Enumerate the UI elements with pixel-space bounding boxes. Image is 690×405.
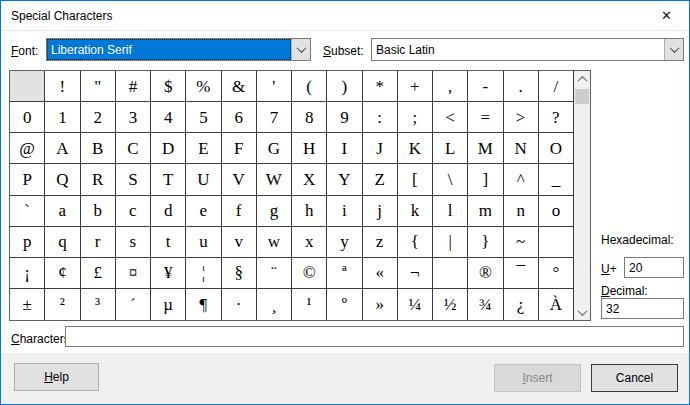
char-cell[interactable]: F: [222, 133, 257, 164]
char-cell[interactable]: .: [504, 71, 539, 102]
char-cell[interactable]: D: [151, 133, 186, 164]
char-cell[interactable]: [10, 71, 45, 102]
char-cell[interactable]: 3: [116, 102, 151, 133]
char-cell[interactable]: >: [504, 102, 539, 133]
char-cell[interactable]: H: [292, 133, 327, 164]
char-cell[interactable]: C: [116, 133, 151, 164]
char-cell[interactable]: O: [539, 133, 574, 164]
cancel-button[interactable]: Cancel: [591, 364, 678, 392]
char-cell[interactable]: j: [363, 196, 398, 227]
char-cell[interactable]: t: [151, 227, 186, 258]
char-cell[interactable]: `: [10, 196, 45, 227]
close-button[interactable]: ✕: [644, 1, 689, 30]
char-cell[interactable]: w: [257, 227, 292, 258]
char-cell[interactable]: @: [10, 133, 45, 164]
char-cell[interactable]: P: [10, 164, 45, 195]
char-cell[interactable]: °: [539, 258, 574, 289]
font-combobox[interactable]: Liberation Serif: [46, 38, 311, 61]
char-cell[interactable]: ): [327, 71, 362, 102]
char-cell[interactable]: A: [45, 133, 80, 164]
char-cell[interactable]: ¾: [468, 289, 503, 320]
char-cell[interactable]: ;: [398, 102, 433, 133]
char-cell[interactable]: ´: [116, 289, 151, 320]
char-cell[interactable]: 4: [151, 102, 186, 133]
char-cell[interactable]: x: [292, 227, 327, 258]
char-cell[interactable]: 9: [327, 102, 362, 133]
char-cell[interactable]: 5: [186, 102, 221, 133]
char-cell[interactable]: À: [539, 289, 574, 320]
char-cell[interactable]: =: [468, 102, 503, 133]
char-cell[interactable]: ?: [539, 102, 574, 133]
characters-input[interactable]: [65, 326, 684, 347]
char-cell[interactable]: ©: [292, 258, 327, 289]
char-cell[interactable]: r: [81, 227, 116, 258]
char-cell[interactable]: ¶: [186, 289, 221, 320]
char-cell[interactable]: p: [10, 227, 45, 258]
char-cell[interactable]: £: [81, 258, 116, 289]
char-cell[interactable]: ¦: [186, 258, 221, 289]
char-cell[interactable]: i: [327, 196, 362, 227]
char-cell[interactable]: ±: [10, 289, 45, 320]
char-cell[interactable]: g: [257, 196, 292, 227]
char-cell[interactable]: -: [468, 71, 503, 102]
char-cell[interactable]: [433, 258, 468, 289]
char-cell[interactable]: ¬: [398, 258, 433, 289]
char-cell[interactable]: 1: [45, 102, 80, 133]
char-cell[interactable]: ,: [433, 71, 468, 102]
char-cell[interactable]: G: [257, 133, 292, 164]
char-cell[interactable]: S: [116, 164, 151, 195]
char-cell[interactable]: $: [151, 71, 186, 102]
char-cell[interactable]: ²: [45, 289, 80, 320]
char-cell[interactable]: Y: [327, 164, 362, 195]
vertical-scrollbar[interactable]: [574, 71, 590, 320]
char-cell[interactable]: ¡: [10, 258, 45, 289]
char-cell[interactable]: !: [45, 71, 80, 102]
char-cell[interactable]: %: [186, 71, 221, 102]
char-cell[interactable]: s: [116, 227, 151, 258]
font-combobox-dropdown-button[interactable]: [291, 39, 310, 60]
char-cell[interactable]: 0: [10, 102, 45, 133]
char-cell[interactable]: ': [257, 71, 292, 102]
subset-combobox[interactable]: Basic Latin: [371, 38, 684, 61]
char-cell[interactable]: I: [327, 133, 362, 164]
char-cell[interactable]: c: [116, 196, 151, 227]
char-cell[interactable]: Q: [45, 164, 80, 195]
char-cell[interactable]: v: [222, 227, 257, 258]
char-cell[interactable]: <: [433, 102, 468, 133]
char-cell[interactable]: d: [151, 196, 186, 227]
char-cell[interactable]: L: [433, 133, 468, 164]
char-cell[interactable]: N: [504, 133, 539, 164]
decimal-input[interactable]: 32: [601, 298, 684, 319]
char-cell[interactable]: _: [539, 164, 574, 195]
char-cell[interactable]: q: [45, 227, 80, 258]
hexadecimal-input[interactable]: 20: [624, 257, 684, 278]
char-cell[interactable]: Z: [363, 164, 398, 195]
char-cell[interactable]: ®: [468, 258, 503, 289]
char-cell[interactable]: ½: [433, 289, 468, 320]
char-cell[interactable]: ª: [327, 258, 362, 289]
char-cell[interactable]: {: [398, 227, 433, 258]
char-cell[interactable]: ]: [468, 164, 503, 195]
help-button[interactable]: Help: [14, 363, 99, 391]
char-cell[interactable]: /: [539, 71, 574, 102]
char-cell[interactable]: W: [257, 164, 292, 195]
char-cell[interactable]: M: [468, 133, 503, 164]
char-cell[interactable]: U: [186, 164, 221, 195]
char-cell[interactable]: 2: [81, 102, 116, 133]
scroll-up-button[interactable]: [574, 71, 590, 87]
char-cell[interactable]: B: [81, 133, 116, 164]
char-cell[interactable]: ¤: [116, 258, 151, 289]
char-cell[interactable]: ³: [81, 289, 116, 320]
char-cell[interactable]: ": [81, 71, 116, 102]
char-cell[interactable]: m: [468, 196, 503, 227]
char-cell[interactable]: +: [398, 71, 433, 102]
char-cell[interactable]: §: [222, 258, 257, 289]
subset-combobox-dropdown-button[interactable]: [664, 39, 683, 60]
char-cell[interactable]: u: [186, 227, 221, 258]
char-cell[interactable]: K: [398, 133, 433, 164]
char-cell[interactable]: (: [292, 71, 327, 102]
char-cell[interactable]: ¢: [45, 258, 80, 289]
char-cell[interactable]: E: [186, 133, 221, 164]
char-cell[interactable]: º: [327, 289, 362, 320]
char-cell[interactable]: 8: [292, 102, 327, 133]
